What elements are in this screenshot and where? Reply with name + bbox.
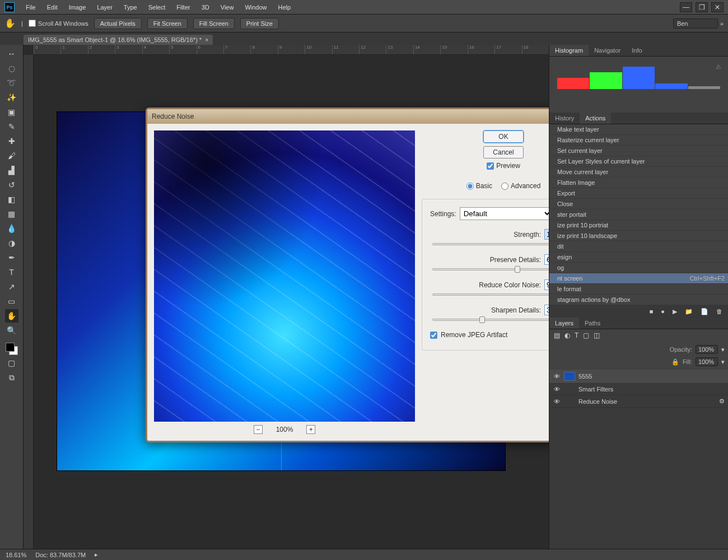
- filter-row[interactable]: 👁 Reduce Noise ⚙: [549, 395, 728, 408]
- dialog-preview-image[interactable]: [154, 130, 415, 422]
- menu-window[interactable]: Window: [239, 2, 272, 13]
- action-item[interactable]: Rasterize current layer: [549, 135, 728, 146]
- pen-tool-icon[interactable]: ✒: [5, 251, 18, 264]
- history-brush-icon[interactable]: ↺: [5, 178, 18, 192]
- zoom-in-icon[interactable]: +: [306, 425, 315, 434]
- action-item[interactable]: Flatten Image: [549, 178, 728, 188]
- menu-file[interactable]: File: [20, 2, 41, 13]
- reduce-color-noise-input[interactable]: [544, 279, 549, 290]
- window-close-icon[interactable]: ✕: [711, 2, 724, 12]
- expand-panels-icon[interactable]: »: [720, 20, 724, 27]
- menu-3d[interactable]: 3D: [196, 2, 215, 13]
- filter-settings-icon[interactable]: ⚙: [719, 398, 725, 405]
- warning-icon[interactable]: ⚠: [716, 63, 721, 71]
- marquee-tool-icon[interactable]: ◌: [5, 62, 18, 75]
- dodge-tool-icon[interactable]: ◑: [5, 236, 18, 250]
- menu-help[interactable]: Help: [273, 2, 297, 13]
- remove-jpeg-checkbox[interactable]: Remove JPEG Artifact: [430, 331, 549, 339]
- status-doc[interactable]: Doc: 83.7M/83.7M: [35, 552, 86, 558]
- filter-pixel-icon[interactable]: ▤: [554, 332, 560, 339]
- preview-checkbox-input[interactable]: [487, 162, 494, 170]
- new-folder-icon[interactable]: 📁: [685, 308, 693, 315]
- lock-icon[interactable]: 🔒: [671, 358, 679, 366]
- dialog-titlebar[interactable]: Reduce Noise ✕: [147, 109, 549, 124]
- new-action-icon[interactable]: 📄: [701, 308, 708, 315]
- action-item[interactable]: Set current layer: [549, 146, 728, 156]
- filter-type-icon[interactable]: T: [575, 332, 578, 339]
- strength-input[interactable]: [544, 229, 549, 240]
- tab-layers[interactable]: Layers: [549, 318, 579, 329]
- chevron-down-icon[interactable]: ▾: [721, 346, 725, 353]
- actions-list[interactable]: Make text layer Rasterize current layer …: [549, 124, 728, 305]
- play-icon[interactable]: ▶: [673, 308, 677, 315]
- action-item[interactable]: dit: [549, 241, 728, 252]
- action-item[interactable]: ize print 10 portriat: [549, 220, 728, 231]
- menu-image[interactable]: Image: [63, 2, 92, 13]
- chevron-down-icon[interactable]: ▾: [721, 358, 725, 366]
- action-item-selected[interactable]: nt screenCtrl+Shft+F2: [549, 273, 728, 284]
- action-item[interactable]: Make text layer: [549, 124, 728, 135]
- stamp-tool-icon[interactable]: ▟: [5, 164, 18, 177]
- eyedropper-tool-icon[interactable]: ✎: [5, 120, 18, 133]
- ok-button[interactable]: OK: [483, 130, 524, 143]
- reduce-color-noise-slider[interactable]: [432, 293, 549, 296]
- tab-info[interactable]: Info: [626, 45, 647, 56]
- fill-screen-button[interactable]: Fill Screen: [193, 18, 235, 29]
- basic-radio[interactable]: Basic: [466, 182, 492, 190]
- tab-actions[interactable]: Actions: [580, 113, 611, 124]
- action-item[interactable]: Export: [549, 188, 728, 199]
- trash-icon[interactable]: 🗑: [716, 308, 722, 315]
- quickmask-icon[interactable]: ▢: [5, 356, 18, 370]
- preview-checkbox[interactable]: Preview: [487, 162, 520, 170]
- filter-smart-icon[interactable]: ◫: [594, 332, 600, 339]
- menu-layer[interactable]: Layer: [91, 2, 118, 13]
- actual-pixels-button[interactable]: Actual Pixels: [94, 18, 142, 29]
- shape-tool-icon[interactable]: ▭: [5, 295, 18, 308]
- zoom-tool-icon[interactable]: 🔍: [5, 324, 18, 337]
- action-item[interactable]: ster portait: [549, 209, 728, 220]
- color-swatches[interactable]: [6, 343, 18, 355]
- stop-icon[interactable]: ■: [650, 308, 654, 315]
- menu-type[interactable]: Type: [118, 2, 143, 13]
- action-item[interactable]: le format: [549, 284, 728, 295]
- layer-row[interactable]: 👁 5555: [549, 370, 728, 384]
- tab-navigator[interactable]: Navigator: [589, 45, 626, 56]
- basic-radio-input[interactable]: [466, 183, 474, 190]
- scroll-all-checkbox[interactable]: Scroll All Windows: [29, 20, 88, 27]
- visibility-icon[interactable]: 👁: [553, 398, 561, 405]
- eraser-tool-icon[interactable]: ◧: [5, 193, 18, 206]
- action-item[interactable]: stagram actions by @dbox: [549, 295, 728, 305]
- print-size-button[interactable]: Print Size: [240, 18, 279, 29]
- advanced-radio[interactable]: Advanced: [501, 182, 540, 190]
- action-item[interactable]: og: [549, 263, 728, 273]
- window-minimize-icon[interactable]: —: [680, 2, 692, 12]
- fill-value[interactable]: 100%: [696, 357, 718, 366]
- path-tool-icon[interactable]: ↗: [5, 280, 18, 293]
- action-item[interactable]: Set Layer Styles of current layer: [549, 156, 728, 167]
- move-tool-icon[interactable]: ↔: [5, 47, 18, 60]
- status-arrow-icon[interactable]: ▸: [95, 551, 98, 558]
- preserve-details-input[interactable]: [544, 254, 549, 265]
- window-restore-icon[interactable]: ❐: [696, 2, 708, 12]
- wand-tool-icon[interactable]: ✨: [5, 91, 18, 104]
- canvas-area[interactable]: 0123456789101112131415161718 Reduce Nois…: [24, 45, 549, 549]
- screenmode-icon[interactable]: ⧉: [5, 371, 18, 384]
- smart-filters-row[interactable]: 👁 Smart Filters: [549, 384, 728, 395]
- sharpen-details-input[interactable]: [544, 305, 549, 315]
- strength-slider[interactable]: [432, 243, 549, 245]
- menu-view[interactable]: View: [215, 2, 240, 13]
- gradient-tool-icon[interactable]: ▦: [5, 207, 18, 221]
- record-icon[interactable]: ●: [661, 308, 665, 315]
- preserve-details-slider[interactable]: [432, 268, 549, 270]
- action-item[interactable]: esign: [549, 252, 728, 263]
- menu-edit[interactable]: Edit: [41, 2, 63, 13]
- visibility-icon[interactable]: 👁: [553, 373, 561, 380]
- layer-thumbnail[interactable]: [564, 372, 575, 381]
- visibility-icon[interactable]: 👁: [553, 386, 561, 393]
- action-item[interactable]: Close: [549, 199, 728, 209]
- close-icon[interactable]: ×: [205, 37, 208, 43]
- workspace-select[interactable]: Ben: [673, 18, 718, 29]
- cancel-button[interactable]: Cancel: [483, 146, 524, 158]
- filter-shape-icon[interactable]: ▢: [583, 332, 589, 339]
- remove-jpeg-input[interactable]: [430, 332, 437, 339]
